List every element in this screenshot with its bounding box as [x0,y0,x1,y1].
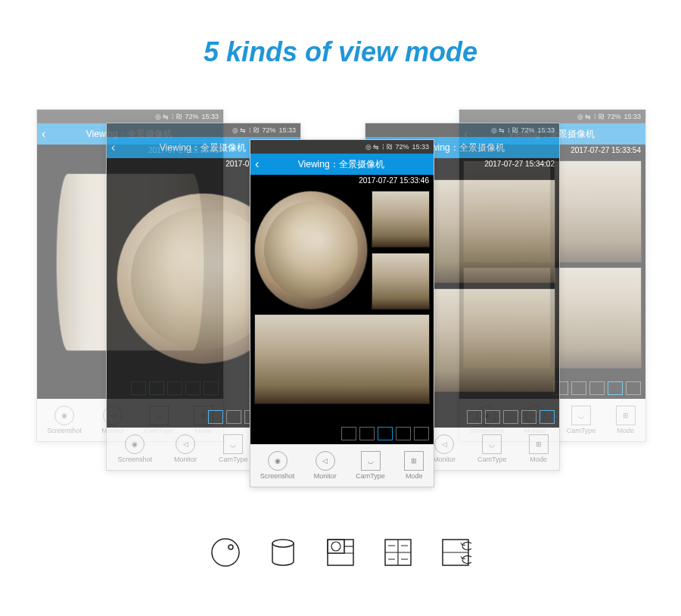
svg-point-1 [229,545,233,549]
legend-quad-icon [380,534,416,571]
camtype-button[interactable]: ◡CamType [356,451,385,480]
mode-timeshift-icon[interactable] [414,427,429,440]
camtype-button[interactable]: ◡CamType [477,434,507,463]
grid-icon: ⊞ [623,412,629,419]
speaker-icon: ◁ [322,457,328,465]
dome-icon: ◡ [368,457,374,465]
mode-quad-icon[interactable] [521,410,536,424]
battery-text: 72% [395,143,409,151]
mode-timeshift-icon[interactable] [540,410,555,424]
legend-multigrid-icon [322,534,359,571]
mode-cylinder-icon[interactable] [571,381,586,395]
monitor-button[interactable]: ◁Monitor [314,451,337,480]
statusbar: ◎ ⇋ ⫶ ₪ 72% 15:33 [250,140,434,154]
app-header: ‹ Viewing：全景摄像机 [250,154,434,175]
status-time: 15:33 [201,113,219,120]
camera-icon: ◉ [132,440,138,448]
status-time: 15:33 [278,126,296,134]
status-time: 15:33 [623,113,641,120]
camtype-button[interactable]: ◡CamType [219,434,248,463]
mode-fisheye-icon[interactable] [341,427,356,440]
mode-selector [250,423,434,444]
status-icons: ◎ ⇋ ⫶ ₪ [155,113,182,120]
status-time: 15:33 [537,126,555,134]
svg-point-2 [272,540,294,547]
timestamp: 2017-07-27 15:33:46 [250,175,434,186]
grid-icon: ⊞ [411,457,417,465]
monitor-button[interactable]: ◁Monitor [433,434,456,463]
camera-icon: ◉ [61,412,67,419]
page-title: 5 kinds of view mode [0,0,681,68]
statusbar: ◎ ⇋ ⫶ ₪ 72% 15:33 [365,123,559,137]
back-icon[interactable]: ‹ [42,127,45,141]
statusbar: ◎ ⇋ ⫶ ₪ 72% 15:33 [37,110,223,123]
phones-row: ◎ ⇋ ⫶ ₪ 72% 15:33 ‹ Viewing：全景摄像机 2017-0… [0,86,681,510]
mode-multigrid-icon[interactable] [589,381,605,395]
mode-cylinder-icon[interactable] [359,427,375,440]
mode-button[interactable]: ⊞Mode [616,406,636,434]
battery-text: 72% [521,126,534,134]
mode-fisheye-icon[interactable] [467,410,482,424]
legend-timeshift-icon [437,534,474,571]
legend-cylinder-icon [265,534,301,571]
screenshot-button[interactable]: ◉Screenshot [117,434,152,463]
speaker-icon: ◁ [183,440,188,448]
dome-icon: ◡ [578,412,584,419]
speaker-icon: ◁ [442,440,447,448]
mode-fisheye-icon[interactable] [208,410,223,424]
status-icons: ◎ ⇋ ⫶ ₪ [365,143,393,151]
camera-icon: ◉ [275,457,281,465]
monitor-button[interactable]: ◁Monitor [174,434,197,463]
svg-rect-3 [328,540,353,565]
statusbar: ◎ ⇋ ⫶ ₪ 72% 15:33 [107,123,300,137]
dome-icon: ◡ [230,440,236,448]
svg-point-0 [212,539,239,566]
mode-legend [0,534,681,571]
status-icons: ◎ ⇋ ⫶ ₪ [232,126,260,134]
status-icons: ◎ ⇋ ⫶ ₪ [491,126,518,134]
mode-multigrid-icon[interactable] [503,410,518,424]
status-time: 15:33 [412,143,429,151]
svg-point-5 [331,542,340,551]
dome-icon: ◡ [489,440,495,448]
screenshot-button[interactable]: ◉Screenshot [47,406,82,434]
mode-button[interactable]: ⊞Mode [404,451,424,480]
screenshot-button[interactable]: ◉Screenshot [260,451,295,480]
mode-cylinder-icon[interactable] [226,410,241,424]
legend-fisheye-icon [207,534,244,571]
camtype-button[interactable]: ◡CamType [567,406,596,434]
battery-text: 72% [185,113,198,120]
toolbar: ◉Screenshot ◁Monitor ◡CamType ⊞Mode [250,444,434,487]
mode-quad-icon[interactable] [608,381,623,395]
mode-multigrid-icon[interactable] [378,427,393,440]
battery-text: 72% [607,113,620,120]
mode-button[interactable]: ⊞Mode [529,434,549,463]
back-icon[interactable]: ‹ [255,157,259,171]
battery-text: 72% [262,126,275,134]
back-icon[interactable]: ‹ [111,141,115,154]
status-icons: ◎ ⇋ ⫶ ₪ [577,113,605,120]
mode-quad-icon[interactable] [396,427,411,440]
mode-timeshift-icon[interactable] [626,381,641,395]
grid-icon: ⊞ [536,440,542,448]
phone-screenshot-center: ◎ ⇋ ⫶ ₪ 72% 15:33 ‹ Viewing：全景摄像机 2017-0… [250,139,434,487]
camera-viewport[interactable] [250,186,434,423]
header-title: Viewing：全景摄像机 [265,158,417,171]
mode-cylinder-icon[interactable] [485,410,500,424]
statusbar: ◎ ⇋ ⫶ ₪ 72% 15:33 [459,110,645,123]
